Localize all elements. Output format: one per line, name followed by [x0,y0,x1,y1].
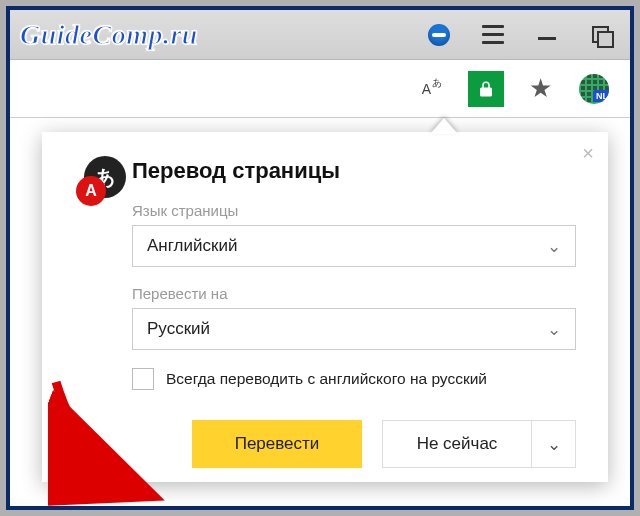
chevron-down-icon: ⌄ [547,434,561,455]
target-language-select[interactable]: Русский ⌄ [132,308,576,350]
source-language-label: Язык страницы [132,202,576,219]
window-restore-button[interactable] [590,24,612,46]
profile-globe-icon[interactable]: NL [576,71,612,107]
window-minimize-button[interactable] [536,24,558,46]
titlebar-controls [428,24,620,46]
menu-icon[interactable] [482,25,504,44]
target-language-value: Русский [147,319,210,339]
dialog-actions: Перевести Не сейчас ⌄ [132,420,576,468]
more-options-button[interactable]: ⌄ [532,420,576,468]
close-icon[interactable]: × [582,142,594,165]
bookmark-star-icon[interactable]: ★ [522,71,558,107]
window-frame: GuideComp.ru Aあ ★ NL × あ A Перевод стран… [6,6,634,510]
translate-button[interactable]: Перевести [192,420,362,468]
translate-dialog: × あ A Перевод страницы Язык страницы Анг… [42,132,608,482]
chevron-down-icon: ⌄ [547,236,561,257]
browser-toolbar: Aあ ★ NL [10,60,630,118]
lock-icon[interactable] [468,71,504,107]
chevron-down-icon: ⌄ [547,319,561,340]
dialog-title: Перевод страницы [132,158,576,184]
target-language-label: Перевести на [132,285,576,302]
always-translate-checkbox[interactable] [132,368,154,390]
titlebar: GuideComp.ru [10,10,630,60]
source-language-select[interactable]: Английский ⌄ [132,225,576,267]
extension-icon[interactable] [428,24,450,46]
site-logo: GuideComp.ru [20,19,198,51]
translate-icon[interactable]: Aあ [414,71,450,107]
popover-arrow [430,118,458,134]
translate-badge-icon: あ A [76,156,126,206]
not-now-button[interactable]: Не сейчас [382,420,532,468]
always-translate-row: Всегда переводить с английского на русск… [132,368,576,390]
always-translate-label: Всегда переводить с английского на русск… [166,370,487,388]
source-language-value: Английский [147,236,237,256]
